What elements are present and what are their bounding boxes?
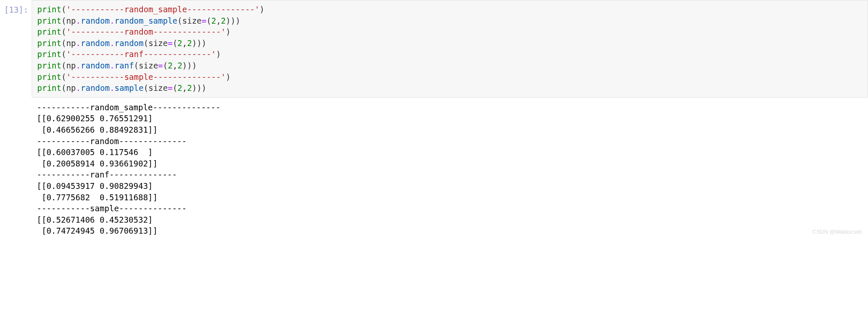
prompt-area: [13]: [0,0,32,16]
code-line[interactable]: print('-----------random_sample---------… [37,4,863,15]
watermark: CSDN @Waldocsdn [813,228,862,236]
cell-content: print('-----------random_sample---------… [32,0,868,238]
code-line[interactable]: print('-----------random--------------') [37,26,863,38]
code-line[interactable]: print('-----------ranf--------------') [37,49,863,60]
code-output: -----------random_sample-------------- [… [32,100,868,238]
code-line[interactable]: print('-----------sample--------------') [37,71,863,83]
code-line[interactable]: print(np.random.ranf(size=(2,2))) [37,60,863,71]
notebook-cell: [13]: print('-----------random_sample---… [0,0,868,238]
code-line[interactable]: print(np.random.random_sample(size=(2,2)… [37,15,863,27]
code-line[interactable]: print(np.random.sample(size=(2,2))) [37,82,863,94]
code-input[interactable]: print('-----------random_sample---------… [32,0,868,98]
cell-prompt: [13]: [4,5,28,14]
code-line[interactable]: print(np.random.random(size=(2,2))) [37,38,863,49]
